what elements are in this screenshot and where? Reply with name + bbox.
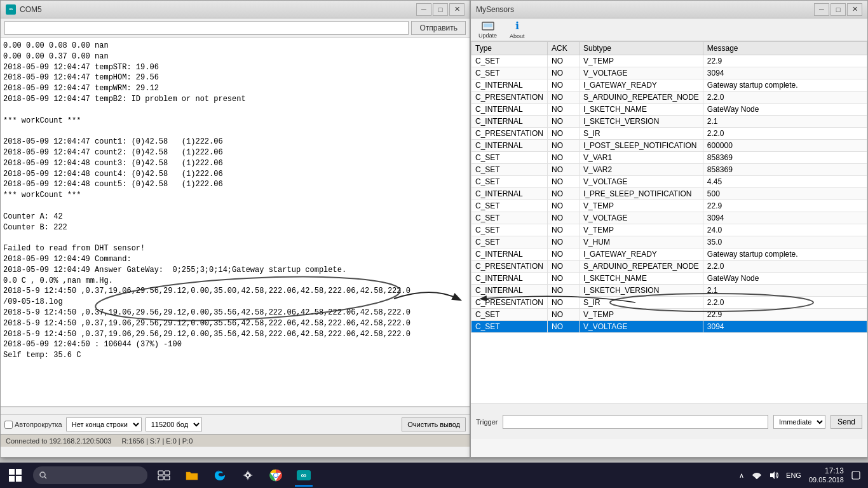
taskbar-task-view[interactable]: [150, 463, 178, 488]
col-type[interactable]: Type: [471, 42, 548, 55]
table-row[interactable]: C_SETNOV_TEMP22.9: [471, 309, 867, 321]
table-row[interactable]: C_SETNOV_VAR1858369: [471, 152, 867, 164]
serial-window-icon: ∞: [6, 4, 16, 15]
close-button[interactable]: ✕: [449, 3, 465, 16]
file-explorer-icon: [185, 470, 199, 481]
autoscroll-checkbox[interactable]: [4, 421, 13, 429]
windows-logo-icon: [9, 469, 22, 482]
arduino-icon: ∞: [296, 468, 311, 483]
trigger-label: Trigger: [476, 418, 498, 426]
table-row[interactable]: C_INTERNALNOI_SKETCH_NAMEGateWay Node: [471, 104, 867, 116]
line-ending-select[interactable]: Нет конца строки: [66, 417, 142, 431]
baud-rate-select[interactable]: 115200 бод: [146, 417, 202, 431]
col-message[interactable]: Message: [703, 42, 867, 55]
svg-rect-1: [484, 24, 492, 27]
notification-icon: [851, 471, 860, 480]
table-row[interactable]: C_INTERNALNOI_SKETCH_VERSION2.1: [471, 116, 867, 128]
svg-text:∞: ∞: [301, 471, 307, 480]
serial-monitor-window: ∞ COM5 ─ □ ✕ Отправить 0.00 0.00 0.08 0.…: [0, 0, 470, 458]
ms-titlebar-controls: ─ □ ✕: [814, 3, 862, 16]
autoscroll-label[interactable]: Автопрокрутка: [4, 421, 62, 429]
start-button[interactable]: [0, 463, 31, 488]
stats-status: R:1656 | S:7 | E:0 | P:0: [121, 437, 193, 445]
clear-output-button[interactable]: Очистить вывод: [402, 417, 466, 431]
svg-point-2: [40, 472, 45, 477]
svg-rect-5: [165, 471, 170, 475]
tray-expand[interactable]: ∧: [736, 463, 747, 488]
table-row[interactable]: C_SETNOV_VAR2858369: [471, 164, 867, 176]
table-row[interactable]: C_INTERNALNOI_GATEWAY_READYGateway start…: [471, 79, 867, 92]
table-row[interactable]: C_INTERNALNOI_SKETCH_NAMEGateWay Node: [471, 273, 867, 285]
svg-rect-6: [158, 476, 163, 480]
table-row[interactable]: C_SETNOV_VOLTAGE3094: [471, 321, 867, 333]
chevron-up-icon: ∧: [739, 471, 744, 480]
ms-titlebar: MySensors ─ □ ✕: [471, 1, 867, 18]
serial-bottom-controls: Автопрокрутка Нет конца строки 115200 бо…: [1, 414, 470, 434]
tray-notification[interactable]: [849, 463, 863, 488]
tray-language[interactable]: ENG: [783, 463, 804, 488]
serial-input[interactable]: [4, 21, 409, 35]
svg-point-14: [756, 477, 758, 479]
titlebar-controls: ─ □ ✕: [416, 3, 465, 16]
svg-line-3: [44, 477, 46, 478]
task-view-icon: [158, 470, 170, 480]
table-row[interactable]: C_SETNOV_VOLTAGE3094: [471, 67, 867, 79]
about-toolbar-btn[interactable]: ℹ About: [507, 18, 527, 41]
ms-trigger-area: Trigger Immediate Send: [471, 403, 867, 439]
trigger-select[interactable]: Immediate: [773, 415, 825, 429]
taskbar: ∞ ∧ ENG 17:13 09.05.2018: [0, 463, 868, 488]
mysensors-window: MySensors ─ □ ✕ Update ℹ About Type ACK: [470, 0, 868, 458]
system-tray: ∧ ENG 17:13 09.05.2018: [731, 463, 868, 488]
table-row[interactable]: C_INTERNALNOI_POST_SLEEP_NOTIFICATION600…: [471, 140, 867, 152]
svg-point-11: [274, 473, 278, 477]
table-row[interactable]: C_PRESENTATIONNOS_ARDUINO_REPEATER_NODE2…: [471, 261, 867, 273]
table-row[interactable]: C_PRESENTATIONNOS_IR2.2.0: [471, 128, 867, 140]
language-label: ENG: [786, 471, 801, 479]
maximize-button[interactable]: □: [433, 3, 448, 16]
table-row[interactable]: C_PRESENTATIONNOS_ARDUINO_REPEATER_NODE2…: [471, 92, 867, 104]
trigger-input[interactable]: [503, 415, 768, 429]
horizontal-scrollbar[interactable]: [1, 407, 470, 414]
taskbar-search[interactable]: [33, 466, 147, 484]
table-row[interactable]: C_PRESENTATIONNOS_IR2.2.0: [471, 297, 867, 309]
update-toolbar-btn[interactable]: Update: [476, 20, 499, 40]
table-row[interactable]: C_SETNOV_TEMP22.9: [471, 200, 867, 212]
settings-icon: [241, 469, 254, 482]
serial-output[interactable]: 0.00 0.00 0.08 0.00 nan 0.00 0.00 0.37 0…: [1, 38, 470, 407]
minimize-button[interactable]: ─: [416, 3, 431, 16]
taskbar-chrome[interactable]: [262, 463, 290, 488]
tray-volume[interactable]: [767, 463, 781, 488]
taskbar-edge[interactable]: [206, 463, 234, 488]
connection-status: Connected to 192.168.2.120:5003: [6, 437, 111, 445]
ms-minimize-button[interactable]: ─: [814, 3, 829, 16]
serial-input-bar: Отправить: [1, 18, 470, 38]
table-row[interactable]: C_INTERNALNOI_PRE_SLEEP_NOTIFICATION500: [471, 188, 867, 200]
info-icon: ℹ: [515, 20, 519, 32]
svg-rect-4: [158, 471, 163, 475]
tray-clock[interactable]: 17:13 09.05.2018: [806, 463, 846, 488]
col-ack[interactable]: ACK: [548, 42, 580, 55]
serial-window-title: COM5: [20, 5, 416, 14]
ms-maximize-button[interactable]: □: [831, 3, 846, 16]
taskbar-arduino[interactable]: ∞: [290, 463, 318, 488]
taskbar-file-explorer[interactable]: [178, 463, 206, 488]
search-icon: [39, 471, 47, 479]
col-subtype[interactable]: Subtype: [580, 42, 703, 55]
tray-time-display: 17:13: [809, 466, 844, 475]
taskbar-settings[interactable]: [234, 463, 262, 488]
table-row[interactable]: C_SETNOV_TEMP24.0: [471, 224, 867, 236]
ms-close-button[interactable]: ✕: [847, 3, 862, 16]
table-row[interactable]: C_INTERNALNOI_SKETCH_VERSION2.1: [471, 285, 867, 297]
edge-icon: [214, 469, 226, 482]
table-row[interactable]: C_INTERNALNOI_GATEWAY_READYGateway start…: [471, 248, 867, 261]
tray-network[interactable]: [749, 463, 764, 488]
table-row[interactable]: C_SETNOV_HUM35.0: [471, 236, 867, 248]
table-row[interactable]: C_SETNOV_TEMP22.9: [471, 55, 867, 67]
ms-table-container[interactable]: Type ACK Subtype Message C_SETNOV_TEMP22…: [471, 41, 867, 403]
send-button[interactable]: Отправить: [411, 21, 466, 35]
table-row[interactable]: C_SETNOV_VOLTAGE4.45: [471, 176, 867, 188]
ms-send-button[interactable]: Send: [831, 415, 862, 429]
ms-data-table: Type ACK Subtype Message C_SETNOV_TEMP22…: [471, 41, 867, 333]
table-row[interactable]: C_SETNOV_VOLTAGE3094: [471, 212, 867, 224]
serial-titlebar: ∞ COM5 ─ □ ✕: [1, 1, 470, 18]
